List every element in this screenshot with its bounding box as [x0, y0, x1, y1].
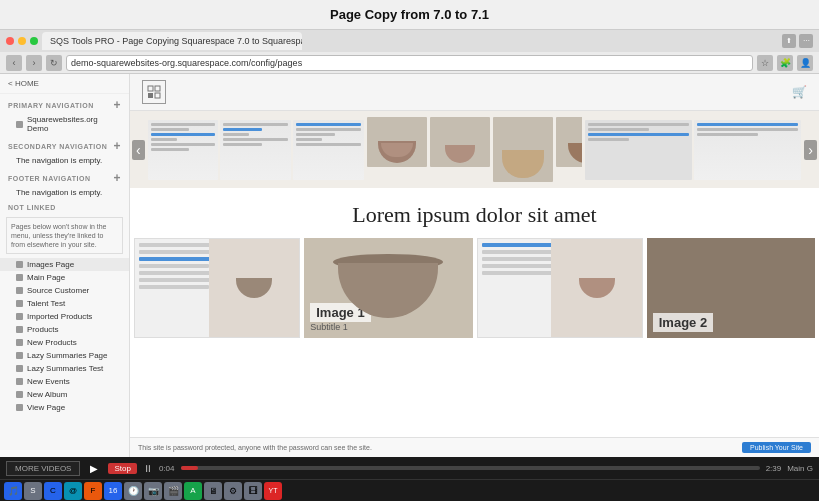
sidebar-item-new-album[interactable]: New Album: [0, 388, 129, 401]
bottom-ss-img-2: [551, 239, 641, 337]
bookmark-icon[interactable]: ☆: [757, 55, 773, 71]
item-label: New Album: [27, 390, 67, 399]
taskbar-icon-camera[interactable]: 📷: [144, 482, 162, 500]
sidebar-item-new-events[interactable]: New Events: [0, 375, 129, 388]
close-button[interactable]: [6, 37, 14, 45]
sidebar-item-source-customer[interactable]: Source Customer: [0, 284, 129, 297]
forward-button[interactable]: ›: [26, 55, 42, 71]
gallery-thumb-1: [367, 117, 427, 167]
pause-button[interactable]: ⏸: [143, 463, 153, 474]
sidebar-item-imported-products[interactable]: Imported Products: [0, 310, 129, 323]
taskbar-icon-finder[interactable]: A: [184, 482, 202, 500]
primary-nav-label: PRIMARY NAVIGATION: [8, 102, 94, 109]
not-linked-header: NOT LINKED: [0, 199, 129, 213]
sidebar-item-lazy-summaries-page[interactable]: Lazy Summaries Page: [0, 349, 129, 362]
add-primary-nav-button[interactable]: +: [113, 99, 121, 111]
sidebar-item-view-page[interactable]: View Page: [0, 401, 129, 414]
item-label: Main Page: [27, 273, 65, 282]
play-button[interactable]: ▶: [86, 463, 102, 474]
sidebar-item-products[interactable]: Products: [0, 323, 129, 336]
browser-tab[interactable]: SQS Tools PRO - Page Copying Squarespace…: [42, 32, 302, 50]
taskbar-icon-youtube[interactable]: YT: [264, 482, 282, 500]
extensions-icon[interactable]: 🧩: [777, 55, 793, 71]
share-icon[interactable]: ⬆: [782, 34, 796, 48]
site-logo: [142, 80, 166, 104]
bottom-section: Image 1 Subtitle 1 Im: [130, 238, 819, 342]
stop-button[interactable]: Stop: [108, 463, 136, 474]
sidebar-item-demo[interactable]: Squarewebsites.org Demo: [0, 113, 129, 135]
add-secondary-nav-button[interactable]: +: [113, 140, 121, 152]
item-label: Images Page: [27, 260, 74, 269]
sidebar-item-images-page[interactable]: Images Page: [0, 258, 129, 271]
taskbar: 🎵 S C @ F 16 🕐 📷 🎬 A 🖥 ⚙ 🎞 YT: [0, 479, 819, 501]
page-content: 🛒 ‹: [130, 74, 819, 437]
primary-nav-header: PRIMARY NAVIGATION +: [0, 94, 129, 113]
item-label: New Products: [27, 338, 77, 347]
profile-icon[interactable]: 👤: [797, 55, 813, 71]
cart-icon[interactable]: 🛒: [792, 85, 807, 99]
gallery-row: ‹: [130, 111, 819, 188]
maximize-button[interactable]: [30, 37, 38, 45]
taskbar-icon-s[interactable]: S: [24, 482, 42, 500]
image2-label: Image 2: [653, 313, 713, 332]
taskbar-icon-filezilla[interactable]: F: [84, 482, 102, 500]
sidebar-home-link[interactable]: < HOME: [0, 74, 129, 94]
item-label: Lazy Summaries Page: [27, 351, 107, 360]
add-footer-nav-button[interactable]: +: [113, 172, 121, 184]
screenshot-thumb-2: [220, 120, 291, 180]
page-icon: [16, 313, 23, 320]
gallery-next-button[interactable]: ›: [804, 140, 817, 160]
taskbar-icon-settings[interactable]: ⚙: [224, 482, 242, 500]
screenshot-thumb-3: [293, 120, 364, 180]
address-field[interactable]: demo-squarewebsites-org.squarespace.com/…: [66, 55, 753, 71]
page-icon: [16, 391, 23, 398]
svg-rect-1: [155, 86, 160, 91]
gallery-product-images: [367, 117, 583, 182]
time-total: 2:39: [766, 464, 782, 473]
video-progress-bar[interactable]: [181, 466, 760, 470]
headline-text: Lorem ipsum dolor sit amet: [352, 202, 596, 227]
minimize-button[interactable]: [18, 37, 26, 45]
taskbar-icon-mail[interactable]: @: [64, 482, 82, 500]
address-bar-row: ‹ › ↻ demo-squarewebsites-org.squarespac…: [0, 52, 819, 74]
page-icon: [16, 365, 23, 372]
taskbar-icon-video[interactable]: 🎬: [164, 482, 182, 500]
gallery-thumb-2: [430, 117, 490, 167]
settings-icon[interactable]: ⋯: [799, 34, 813, 48]
secondary-nav-empty: The navigation is empty.: [0, 154, 129, 167]
back-button[interactable]: ‹: [6, 55, 22, 71]
taskbar-icon-clock[interactable]: 🕐: [124, 482, 142, 500]
more-videos-button[interactable]: MORE VIDEOS: [6, 461, 80, 476]
sidebar-item-talent-test[interactable]: Talent Test: [0, 297, 129, 310]
bottom-image-1: Image 1 Subtitle 1: [304, 238, 472, 338]
time-current: 0:04: [159, 464, 175, 473]
footer-nav-empty: The navigation is empty.: [0, 186, 129, 199]
svg-rect-0: [148, 86, 153, 91]
svg-rect-3: [155, 93, 160, 98]
item-label: New Events: [27, 377, 70, 386]
screenshot-thumb-4: [585, 120, 692, 180]
taskbar-icon-film[interactable]: 🎞: [244, 482, 262, 500]
bottom-screenshot-2: [477, 238, 643, 338]
sidebar: < HOME PRIMARY NAVIGATION + Squarewebsit…: [0, 74, 130, 457]
item-label: Source Customer: [27, 286, 89, 295]
taskbar-icon-chrome[interactable]: C: [44, 482, 62, 500]
sidebar-item-lazy-summaries-test[interactable]: Lazy Summaries Test: [0, 362, 129, 375]
sidebar-item-new-products[interactable]: New Products: [0, 336, 129, 349]
publish-button[interactable]: Publish Your Site: [742, 442, 811, 453]
item-label: Lazy Summaries Test: [27, 364, 103, 373]
bottom-image-2: Image 2: [647, 238, 815, 338]
taskbar-icon-screen[interactable]: 🖥: [204, 482, 222, 500]
address-text: demo-squarewebsites-org.squarespace.com/…: [71, 58, 302, 68]
taskbar-icon-music[interactable]: 🎵: [4, 482, 22, 500]
sidebar-item-label: Squarewebsites.org Demo: [27, 115, 121, 133]
secondary-nav-header: SECONDARY NAVIGATION +: [0, 135, 129, 154]
svg-rect-2: [148, 93, 153, 98]
tab-title: SQS Tools PRO - Page Copying Squarespace…: [50, 36, 302, 46]
footer-nav-header: FOOTER NAVIGATION +: [0, 167, 129, 186]
gallery-prev-button[interactable]: ‹: [132, 140, 145, 160]
page-icon: [16, 121, 23, 128]
taskbar-icon-16[interactable]: 16: [104, 482, 122, 500]
refresh-button[interactable]: ↻: [46, 55, 62, 71]
sidebar-item-main-page[interactable]: Main Page: [0, 271, 129, 284]
